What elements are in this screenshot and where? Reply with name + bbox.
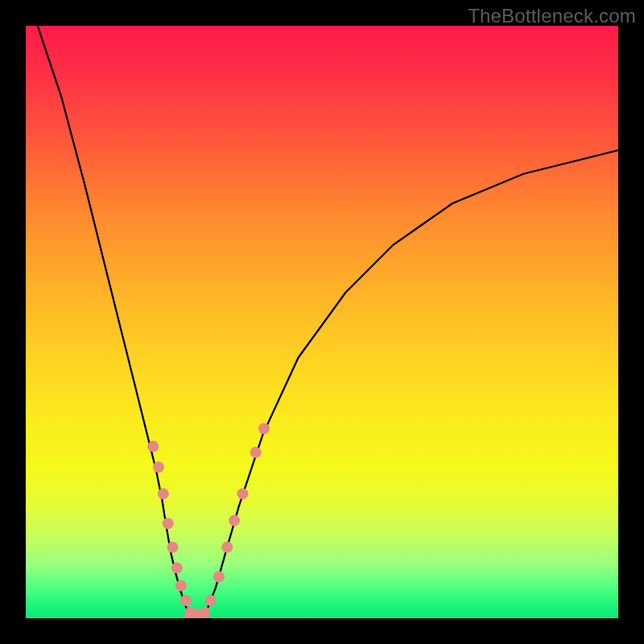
data-dot <box>175 580 187 592</box>
data-dot <box>167 542 179 553</box>
data-dot <box>158 488 169 499</box>
data-dot <box>213 572 225 583</box>
data-dot <box>153 461 164 473</box>
data-dot <box>163 518 174 529</box>
data-dot <box>171 562 183 573</box>
data-dot <box>237 488 248 499</box>
data-dot <box>229 515 240 526</box>
data-dots <box>147 423 270 619</box>
data-dot <box>221 542 233 553</box>
plot-area <box>26 26 618 618</box>
curve-right <box>204 151 618 618</box>
data-dot <box>205 595 217 606</box>
data-dot <box>250 447 262 458</box>
chart-frame: TheBottleneck.com <box>0 0 644 644</box>
data-dot <box>147 441 159 452</box>
data-dot <box>258 423 270 435</box>
curve-left <box>38 26 192 618</box>
data-dot <box>199 607 210 618</box>
chart-svg <box>26 26 618 618</box>
data-dot <box>180 595 192 606</box>
watermark-text: TheBottleneck.com <box>468 5 636 27</box>
curve-group <box>38 26 618 618</box>
